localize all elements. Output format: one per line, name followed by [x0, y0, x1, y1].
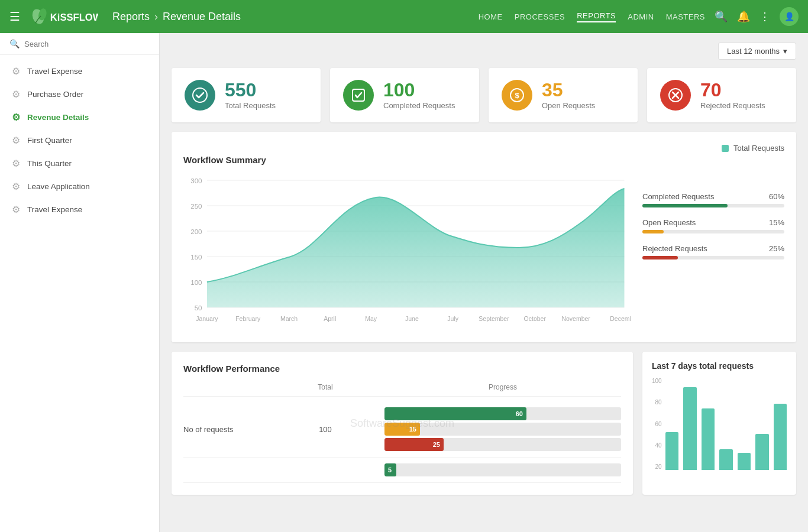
stat-card-completed: 100 Completed Requests: [330, 68, 479, 122]
breadcrumb: Reports › Revenue Details: [112, 11, 479, 23]
legend-rejected-label: Rejected Requests: [642, 244, 707, 253]
svg-text:February: February: [235, 316, 261, 322]
stat-card-rejected: 70 Rejected Requests: [647, 68, 796, 122]
bar-6: [755, 434, 768, 470]
gear-icon: ⚙: [12, 135, 20, 146]
svg-point-3: [193, 88, 207, 102]
rejected-requests-value: 70: [700, 80, 765, 99]
sidebar-item-leave-application[interactable]: ⚙ Leave Application: [0, 175, 159, 198]
nav-links: HOME PROCESSES REPORTS ADMIN MASTERS: [479, 11, 705, 22]
last7days-card: Last 7 days total requests 100 80 60 40 …: [642, 352, 796, 495]
area-chart: 300 250 200 150 100 50: [183, 174, 631, 330]
perf-progress-2: 5: [384, 463, 621, 476]
bar-col-6: [755, 378, 768, 470]
search-icon[interactable]: 🔍: [715, 10, 728, 23]
total-requests-value: 550: [225, 80, 276, 99]
svg-text:June: June: [405, 316, 419, 322]
bar-4: [719, 449, 732, 470]
gear-icon: ⚙: [12, 204, 20, 215]
perf-row-requests: No of requests 100 60 15 25: [183, 401, 621, 458]
sidebar-item-travel-expense-2[interactable]: ⚙ Travel Expense: [0, 198, 159, 221]
logo-svg: KiSSFLOW: [27, 5, 98, 28]
legend-completed-label: Completed Requests: [642, 192, 714, 201]
gear-icon: ⚙: [12, 112, 20, 123]
sidebar-item-revenue-details[interactable]: ⚙ Revenue Details: [0, 106, 159, 129]
gear-icon: ⚙: [12, 158, 20, 169]
hamburger-menu[interactable]: ☰: [9, 9, 20, 24]
workflow-svg: 300 250 200 150 100 50: [183, 174, 631, 328]
breadcrumb-separator: ›: [154, 11, 158, 23]
svg-text:March: March: [280, 316, 298, 322]
sidebar-nav: ⚙ Travel Expense ⚙ Purchase Order ⚙ Reve…: [0, 55, 159, 226]
sidebar-item-label: Travel Expense: [27, 205, 82, 214]
last7days-title: Last 7 days total requests: [652, 361, 787, 371]
chart-area: 300 250 200 150 100 50: [183, 174, 784, 330]
bar-y-axis: 100 80 60 40 20: [652, 378, 662, 472]
bar-col-3: [702, 378, 715, 470]
legend-dot: [722, 145, 729, 152]
nav-processes[interactable]: PROCESSES: [515, 12, 565, 21]
filter-row: Last 12 months ▾: [172, 43, 796, 60]
rejected-requests-label: Rejected Requests: [700, 101, 765, 110]
svg-text:KiSSFLOW: KiSSFLOW: [50, 12, 98, 23]
sidebar-search-input[interactable]: [24, 40, 150, 48]
gear-icon: ⚙: [12, 66, 20, 77]
nav-masters[interactable]: MASTERS: [666, 12, 705, 21]
filter-button[interactable]: Last 12 months ▾: [718, 43, 796, 60]
svg-text:300: 300: [190, 177, 202, 184]
bar-col-1: [665, 378, 678, 470]
stat-info-total: 550 Total Requests: [225, 80, 276, 110]
svg-text:100: 100: [190, 279, 202, 286]
legend-completed: Completed Requests 60%: [642, 192, 784, 207]
sidebar-item-purchase-order[interactable]: ⚙ Purchase Order: [0, 83, 159, 106]
legend-rejected-pct: 25%: [769, 244, 784, 253]
completed-requests-icon: [343, 80, 374, 111]
legend-rejected: Rejected Requests 25%: [642, 244, 784, 259]
nav-reports[interactable]: REPORTS: [577, 11, 616, 22]
legend-open: Open Requests 15%: [642, 218, 784, 233]
sidebar: 🔍 ⚙ Travel Expense ⚙ Purchase Order ⚙ Re…: [0, 33, 160, 532]
workflow-summary-title: Workflow Summary: [183, 155, 784, 165]
bar-col-5: [738, 378, 751, 470]
legend-completed-pct: 60%: [769, 192, 784, 201]
breadcrumb-root[interactable]: Reports: [112, 11, 150, 23]
stat-card-total: 550 Total Requests: [172, 68, 321, 122]
workflow-performance-title: Workflow Performance: [183, 364, 621, 374]
nav-home[interactable]: HOME: [479, 12, 503, 21]
svg-text:$: $: [515, 91, 519, 100]
sidebar-item-first-quarter[interactable]: ⚙ First Quarter: [0, 129, 159, 152]
bar-1: [665, 432, 678, 470]
breadcrumb-child[interactable]: Revenue Details: [163, 11, 241, 23]
sidebar-item-this-quarter[interactable]: ⚙ This Quarter: [0, 152, 159, 175]
top-navigation: ☰ KiSSFLOW Reports › Revenue Details HOM…: [0, 0, 808, 33]
sidebar-item-label: Leave Application: [27, 182, 90, 191]
sidebar-item-travel-expense-1[interactable]: ⚙ Travel Expense: [0, 60, 159, 83]
workflow-summary-card: Total Requests Workflow Summary 300 250 …: [172, 132, 796, 342]
main-layout: 🔍 ⚙ Travel Expense ⚙ Purchase Order ⚙ Re…: [0, 33, 808, 532]
svg-text:January: January: [196, 316, 218, 322]
notifications-icon[interactable]: 🔔: [737, 10, 750, 23]
bar-2: [683, 387, 696, 470]
completed-requests-label: Completed Requests: [383, 101, 455, 110]
legend-open-label: Open Requests: [642, 218, 696, 227]
stat-info-rejected: 70 Rejected Requests: [700, 80, 765, 110]
chevron-down-icon: ▾: [783, 47, 787, 56]
svg-text:150: 150: [190, 254, 202, 261]
avatar[interactable]: 👤: [780, 7, 799, 26]
total-requests-label: Total Requests: [225, 101, 276, 110]
gear-icon: ⚙: [12, 89, 20, 100]
sidebar-item-label: Travel Expense: [27, 67, 82, 76]
nav-admin[interactable]: ADMIN: [628, 12, 654, 21]
chart-sidebar-legend: Completed Requests 60% Open Requests 15%: [642, 174, 784, 330]
sidebar-search-container: 🔍: [0, 33, 159, 55]
more-options-icon[interactable]: ⋮: [759, 10, 770, 23]
bar-chart: [665, 378, 787, 472]
perf-progress: 60 15 25: [384, 407, 621, 451]
bar-5: [738, 453, 751, 470]
bar-3: [702, 408, 715, 470]
legend-total-requests: Total Requests: [733, 144, 784, 153]
stat-cards: 550 Total Requests 100 Completed Request…: [172, 68, 796, 122]
perf-label: No of requests: [183, 425, 266, 434]
svg-text:October: October: [524, 316, 547, 322]
stat-info-open: 35 Open Requests: [542, 80, 595, 110]
